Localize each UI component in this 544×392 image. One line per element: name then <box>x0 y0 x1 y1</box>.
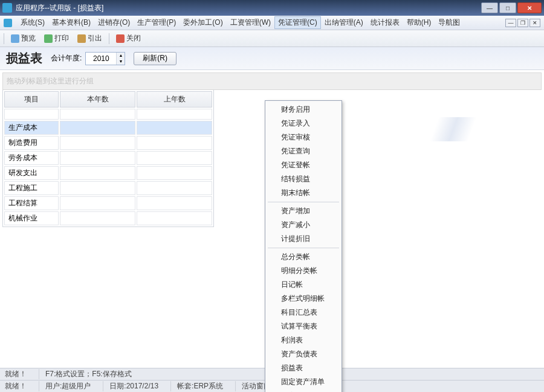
menu-item[interactable]: 统计报表 <box>367 16 403 29</box>
dropdown-item[interactable]: 财务启用 <box>265 103 342 117</box>
table-cell <box>60 166 135 180</box>
group-by-hint[interactable]: 拖动列标题到这里进行分组 <box>2 72 542 90</box>
table-cell <box>137 136 212 150</box>
dropdown-item[interactable]: 期末结帐 <box>265 186 342 200</box>
mdi-minimize-button[interactable]: — <box>505 19 516 27</box>
menu-item[interactable]: 基本资料(B) <box>48 16 94 29</box>
table-cell: 生产成本 <box>4 121 59 135</box>
minimize-button[interactable]: — <box>481 2 498 13</box>
window-title: 应用程序--试用版 - [损益表] <box>16 3 103 13</box>
table-cell: 制造费用 <box>4 136 59 150</box>
dropdown-item[interactable]: 日记帐 <box>265 278 342 292</box>
table-cell <box>60 151 135 165</box>
toolbar: 预览 打印 引出 关闭 <box>0 30 544 47</box>
refresh-button[interactable]: 刷新(R) <box>134 52 176 65</box>
table-cell <box>137 109 212 120</box>
window-titlebar: 应用程序--试用版 - [损益表] — □ ✕ <box>0 0 544 16</box>
dropdown-separator <box>268 202 339 202</box>
table-row[interactable]: 研发支出 <box>4 166 212 180</box>
dropdown-item[interactable]: 凭证录入 <box>265 117 342 130</box>
table-cell <box>137 181 212 195</box>
dropdown-item[interactable]: 资产负债表 <box>265 347 342 361</box>
close-icon <box>116 34 125 43</box>
dropdown-item[interactable]: 科目汇总表 <box>265 306 342 320</box>
menu-item[interactable]: 出纳管理(A) <box>321 16 367 29</box>
dropdown-item[interactable]: 凭证审核 <box>265 130 342 144</box>
menu-item[interactable]: 导航图 <box>435 16 464 29</box>
close-window-button[interactable]: ✕ <box>517 2 542 13</box>
table-row[interactable]: 制造费用 <box>4 136 212 150</box>
table-cell <box>137 121 212 135</box>
table-row[interactable]: 生产成本 <box>4 121 212 135</box>
table-row[interactable]: 工程施工 <box>4 181 212 195</box>
dropdown-item[interactable]: 凭证查询 <box>265 144 342 158</box>
table-row[interactable]: 机械作业 <box>4 211 212 225</box>
dropdown-item[interactable]: 资产增加 <box>265 204 342 218</box>
dropdown-item[interactable]: 固定资产清单 <box>265 375 342 389</box>
dropdown-item[interactable]: 利润表 <box>265 333 342 347</box>
year-input[interactable] <box>86 54 116 63</box>
status-ready-2: 就绪！ <box>5 381 33 391</box>
column-header[interactable]: 项目 <box>4 91 59 108</box>
profit-loss-table: 项目本年数上年数 生产成本制造费用劳务成本研发支出工程施工工程结算机械作业 <box>2 90 214 227</box>
year-label: 会计年度: <box>51 53 82 63</box>
menu-item[interactable]: 凭证管理(C) <box>274 16 321 29</box>
status-user: 用户:超级用户 <box>39 381 97 391</box>
table-cell: 机械作业 <box>4 211 59 225</box>
voucher-menu-dropdown: 财务启用凭证录入凭证审核凭证查询凭证登帐结转损益期末结帐资产增加资产减小计提折旧… <box>265 100 342 392</box>
dropdown-item[interactable]: 明细分类帐 <box>265 264 342 278</box>
table-cell: 工程结算 <box>4 196 59 210</box>
table-row[interactable] <box>4 109 212 120</box>
status-account: 帐套:ERP系统 <box>170 381 229 391</box>
table-cell <box>60 181 135 195</box>
page-title: 损益表 <box>6 50 42 66</box>
column-header[interactable]: 上年数 <box>137 91 212 108</box>
year-up-button[interactable]: ▲ <box>116 53 125 59</box>
dropdown-item[interactable]: 资产减小 <box>265 218 342 232</box>
table-cell <box>137 211 212 225</box>
menu-item[interactable]: 工资管理(W) <box>227 16 274 29</box>
dropdown-item[interactable]: 总分类帐 <box>265 250 342 264</box>
preview-button[interactable]: 预览 <box>9 32 37 45</box>
menu-item[interactable]: 帮助(H) <box>403 16 435 29</box>
menu-item[interactable]: 进销存(O) <box>94 16 134 29</box>
table-cell: 工程施工 <box>4 181 59 195</box>
dropdown-item[interactable]: 计提折旧 <box>265 232 342 246</box>
menu-item[interactable]: 委外加工(O) <box>180 16 226 29</box>
column-header[interactable]: 本年数 <box>60 91 135 108</box>
table-cell <box>60 211 135 225</box>
dropdown-item[interactable]: 试算平衡表 <box>265 320 342 333</box>
status-hint: F7:格式设置；F5:保存格式 <box>39 369 138 379</box>
print-label: 打印 <box>54 33 69 43</box>
table-row[interactable]: 工程结算 <box>4 196 212 210</box>
table-cell <box>4 109 59 120</box>
year-down-button[interactable]: ▼ <box>116 59 125 65</box>
dropdown-item[interactable]: 多栏式明细帐 <box>265 292 342 306</box>
maximize-button[interactable]: □ <box>499 2 516 13</box>
table-cell <box>60 121 135 135</box>
status-date: 日期:2017/2/13 <box>103 381 164 391</box>
dropdown-item[interactable]: 凭证登帐 <box>265 158 342 172</box>
table-cell <box>60 109 135 120</box>
close-tab-button[interactable]: 关闭 <box>114 32 143 45</box>
close-label: 关闭 <box>126 33 141 43</box>
table-cell <box>137 151 212 165</box>
export-button[interactable]: 引出 <box>76 32 104 45</box>
export-label: 引出 <box>88 33 102 43</box>
year-spinner[interactable]: ▲ ▼ <box>85 52 125 65</box>
status-ready: 就绪！ <box>5 369 33 379</box>
dropdown-item[interactable]: 固定资产折旧表 <box>265 389 342 392</box>
mdi-close-button[interactable]: ✕ <box>529 19 540 27</box>
menu-item[interactable]: 系统(S) <box>17 16 48 29</box>
table-cell: 研发支出 <box>4 166 59 180</box>
dropdown-item[interactable]: 结转损益 <box>265 172 342 186</box>
table-cell <box>60 196 135 210</box>
print-button[interactable]: 打印 <box>42 32 71 45</box>
app-icon-small <box>4 19 12 27</box>
mdi-restore-button[interactable]: ❐ <box>517 19 528 27</box>
dropdown-item[interactable]: 损益表 <box>265 361 342 375</box>
menu-item[interactable]: 生产管理(P) <box>134 16 180 29</box>
table-row[interactable]: 劳务成本 <box>4 151 212 165</box>
table-cell: 劳务成本 <box>4 151 59 165</box>
print-icon <box>44 34 53 43</box>
